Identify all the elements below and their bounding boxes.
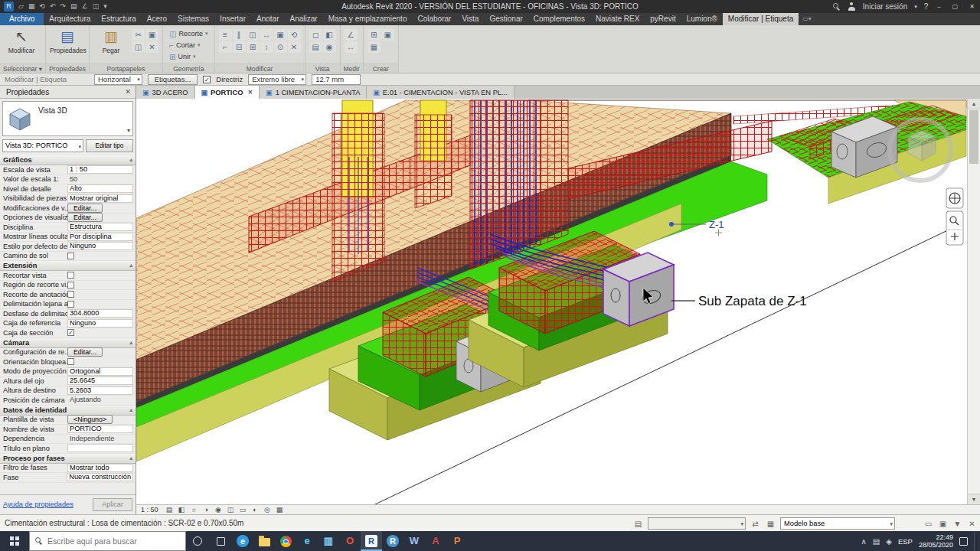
section-view-icon[interactable]: ▤ (309, 41, 322, 53)
worksets-icon[interactable]: ▤ (632, 520, 644, 528)
notification-center-icon[interactable] (959, 537, 968, 546)
dimension-icon[interactable]: ↔ (345, 41, 358, 53)
design-option-select[interactable]: Modelo base (780, 517, 895, 530)
drawing-area[interactable]: Z-1 Sub Zapata de Z-1 (136, 99, 967, 504)
visual-style-icon[interactable]: ◧ (177, 506, 187, 514)
measure-tool-icon[interactable]: ∠ (345, 29, 358, 41)
workset-select[interactable] (648, 517, 746, 530)
file-tab[interactable]: Archivo (0, 13, 44, 25)
vertical-scrollbar[interactable]: ▲ ▼ (967, 99, 980, 504)
delete-icon[interactable]: ✕ (145, 41, 158, 53)
autocad-taskbar-icon[interactable]: A (425, 531, 446, 551)
prop-value[interactable]: Ninguno (67, 242, 133, 250)
ribbon-tab[interactable]: Naviate REX (590, 13, 645, 25)
view-scale-button[interactable]: 1 : 50 (141, 506, 162, 514)
prop-value[interactable]: 1 : 50 (67, 165, 133, 174)
ribbon-tab[interactable]: Lumion® (681, 13, 723, 25)
split-icon[interactable]: ⊟ (233, 41, 246, 53)
ribbon-tab[interactable]: Sistemas (172, 13, 214, 25)
prop-section-header[interactable]: Extensión▴ (0, 261, 136, 271)
task-view-button[interactable] (209, 531, 232, 551)
column-mid[interactable] (415, 100, 452, 208)
prop-value[interactable]: 5.2603 (67, 386, 133, 395)
sign-in-caret-icon[interactable]: ▾ (914, 4, 917, 10)
scroll-thumb[interactable] (969, 110, 978, 164)
prop-value[interactable]: 304.8000 (67, 309, 133, 318)
prop-checkbox[interactable] (67, 291, 74, 298)
create-group-icon[interactable]: ⊞ (368, 29, 381, 41)
show-desktop-button[interactable] (974, 531, 978, 551)
language-indicator[interactable]: ESP (898, 537, 913, 546)
help-icon[interactable]: ? (924, 2, 929, 11)
rotate-icon[interactable]: ⟲ (288, 29, 301, 41)
tray-volume-icon[interactable]: ◈ (886, 537, 892, 546)
prop-value[interactable]: Mostrar todo (67, 464, 133, 472)
create-similar-icon[interactable]: ▣ (381, 29, 394, 41)
view-selector[interactable]: Vista 3D: PORTICO (2, 139, 83, 152)
prop-value[interactable]: Alto (67, 184, 133, 193)
reveal-hidden-icon[interactable]: ◎ (263, 506, 273, 514)
prop-value[interactable]: Ninguno (67, 319, 133, 328)
prop-edit-button[interactable]: Editar... (67, 347, 103, 357)
clock[interactable]: 22:49 28/05/2020 (919, 533, 953, 549)
cut-icon[interactable]: ✂ (132, 29, 145, 41)
store-taskbar-icon[interactable]: ▥ (318, 531, 339, 551)
paste-button[interactable]: ▥Pegar (93, 27, 129, 54)
orientation-select[interactable]: Horizontal (94, 74, 142, 85)
internet-explorer-taskbar-icon[interactable]: e (296, 531, 318, 551)
leader-checkbox[interactable]: ✓ (203, 76, 211, 83)
ribbon-tab[interactable]: Masa y emplazamiento (323, 13, 413, 25)
minimize-icon[interactable]: – (935, 3, 942, 10)
leader-offset-input[interactable]: 12.7 mm (312, 74, 361, 85)
match-type-icon[interactable]: ◫ (132, 41, 145, 53)
annotation-text[interactable]: Sub Zapata de Z-1 (698, 294, 807, 308)
ribbon-context-tab[interactable]: Modificar | Etiqueta (723, 13, 799, 25)
join-button[interactable]: ⊞Unir▾ (167, 51, 210, 62)
prop-section-header[interactable]: Proceso por fases▴ (0, 454, 136, 464)
editing-requests-icon[interactable]: ⇄ (750, 520, 761, 528)
view-tab[interactable]: ▣PORTICO✕ (195, 86, 260, 99)
wireframe-icon[interactable]: ◻ (309, 29, 322, 41)
deselect-icon[interactable]: ✕ (966, 520, 978, 528)
powerpoint-taskbar-icon[interactable]: P (446, 531, 468, 551)
taskbar-search[interactable] (29, 531, 186, 551)
prop-value[interactable]: Por disciplina (67, 233, 133, 241)
mirror-icon[interactable]: ◫ (247, 29, 260, 41)
tray-chevron-icon[interactable]: ∧ (861, 537, 866, 546)
ribbon-tab[interactable]: Anotar (251, 13, 284, 25)
prop-checkbox[interactable] (67, 301, 74, 308)
type-dropdown-icon[interactable]: ▾ (127, 127, 130, 134)
prop-section-header[interactable]: Gráficos▴ (0, 155, 136, 165)
prop-value[interactable]: Nueva construcción (67, 473, 133, 481)
crop-view-icon[interactable]: ◫ (226, 506, 236, 514)
prop-section-header[interactable]: Datos de identidad▴ (0, 406, 136, 416)
move-icon[interactable]: ↔ (260, 29, 273, 41)
prop-checkbox[interactable] (67, 282, 74, 289)
scroll-down-icon[interactable]: ▼ (968, 494, 980, 504)
shadows-icon[interactable]: ◑ (201, 506, 211, 514)
modify-button[interactable]: ↖Modificar (4, 27, 39, 54)
view-tab[interactable]: ▣E.01 - CIMENTACION - VISTA EN PL... (367, 86, 514, 99)
tag-z1-text[interactable]: Z-1 (709, 219, 724, 230)
prop-edit-button[interactable]: <Ninguno> (67, 415, 113, 424)
exclude-options-icon[interactable]: ▭ (923, 520, 934, 528)
prop-value[interactable]: 25.6645 (67, 377, 133, 385)
tray-network-icon[interactable]: ▤ (873, 537, 880, 546)
prop-checkbox[interactable] (67, 272, 74, 279)
rendering-icon[interactable]: ◉ (214, 506, 224, 514)
tags-button[interactable]: Etiquetas... (148, 74, 198, 85)
cortana-button[interactable] (186, 531, 209, 551)
properties-help-link[interactable]: Ayuda de propiedades (3, 500, 74, 508)
view-tab[interactable]: ▣3D ACERO (136, 86, 195, 99)
search-icon[interactable] (833, 3, 841, 11)
word-taskbar-icon[interactable]: W (403, 531, 425, 551)
navigation-bar[interactable] (946, 188, 963, 245)
pin-icon[interactable]: ⊙ (274, 41, 287, 53)
viewport-canvas[interactable]: Z-1 Sub Zapata de Z-1 (136, 99, 967, 504)
ribbon-tab[interactable]: Arquitectura (44, 13, 96, 25)
ribbon-tab[interactable]: Insertar (214, 13, 251, 25)
design-options-icon[interactable]: ▦ (765, 520, 776, 528)
camera-icon[interactable]: ◉ (323, 41, 336, 53)
align-icon[interactable]: ≡ (219, 29, 232, 41)
prop-checkbox[interactable] (67, 253, 74, 259)
